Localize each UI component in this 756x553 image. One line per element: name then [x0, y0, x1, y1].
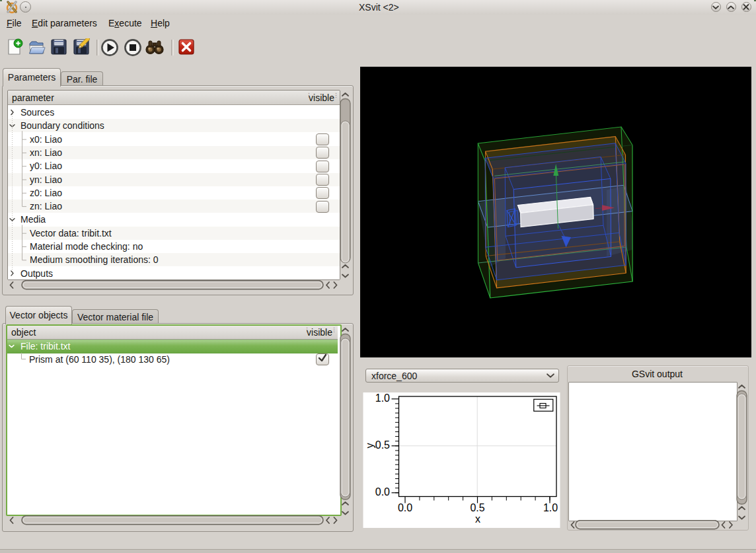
svg-text:0.0: 0.0 [375, 486, 390, 498]
svg-text:0.5: 0.5 [470, 502, 484, 513]
svg-text:1.0: 1.0 [375, 392, 390, 404]
svg-text:x: x [475, 513, 480, 525]
svg-text:0.5: 0.5 [375, 439, 390, 451]
svg-text:y: y [364, 443, 375, 449]
svg-text:1.0: 1.0 [543, 502, 558, 513]
svg-text:0.0: 0.0 [398, 502, 412, 513]
